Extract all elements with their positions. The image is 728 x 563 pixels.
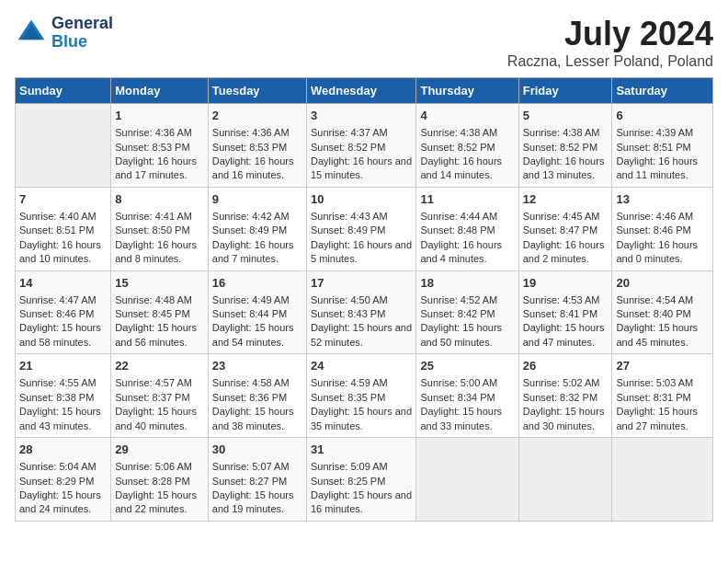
sunrise-text: Sunrise: 4:49 AM [212, 294, 290, 305]
sunset-text: Sunset: 8:48 PM [420, 224, 495, 236]
sunrise-text: Sunrise: 4:42 AM [212, 211, 290, 222]
sunrise-text: Sunrise: 5:02 AM [523, 377, 600, 388]
calendar-day-cell: 5Sunrise: 4:38 AMSunset: 8:52 PMDaylight… [518, 104, 612, 188]
calendar-day-cell: 21Sunrise: 4:55 AMSunset: 8:38 PMDayligh… [16, 354, 111, 438]
calendar-day-cell: 25Sunrise: 5:00 AMSunset: 8:34 PMDayligh… [416, 354, 518, 438]
calendar-day-cell [16, 104, 111, 188]
sunset-text: Sunset: 8:25 PM [311, 476, 385, 487]
calendar-day-cell: 10Sunrise: 4:43 AMSunset: 8:49 PMDayligh… [306, 187, 415, 270]
sunrise-text: Sunrise: 5:04 AM [19, 461, 97, 472]
day-number: 18 [420, 275, 514, 292]
sunset-text: Sunset: 8:32 PM [523, 392, 597, 403]
daylight-text: Daylight: 16 hours and 13 minutes. [523, 155, 605, 180]
calendar-day-cell: 30Sunrise: 5:07 AMSunset: 8:27 PMDayligh… [208, 438, 306, 522]
sunrise-text: Sunrise: 5:03 AM [616, 377, 693, 388]
sunset-text: Sunset: 8:51 PM [19, 224, 94, 236]
sunrise-text: Sunrise: 4:47 AM [19, 294, 97, 305]
daylight-text: Daylight: 16 hours and 11 minutes. [616, 155, 698, 180]
calendar-table: SundayMondayTuesdayWednesdayThursdayFrid… [15, 77, 713, 522]
sunset-text: Sunset: 8:37 PM [115, 392, 189, 403]
day-number: 29 [115, 442, 204, 458]
calendar-day-header: Thursday [416, 78, 518, 104]
daylight-text: Daylight: 16 hours and 2 minutes. [523, 239, 605, 264]
logo-icon [15, 17, 48, 50]
daylight-text: Daylight: 15 hours and 33 minutes. [420, 406, 502, 431]
daylight-text: Daylight: 16 hours and 8 minutes. [115, 239, 197, 264]
daylight-text: Daylight: 16 hours and 4 minutes. [420, 239, 502, 264]
daylight-text: Daylight: 15 hours and 47 minutes. [523, 322, 605, 347]
sunset-text: Sunset: 8:36 PM [212, 392, 287, 403]
day-number: 16 [212, 275, 302, 292]
calendar-day-cell: 18Sunrise: 4:52 AMSunset: 8:42 PMDayligh… [416, 270, 518, 354]
sunset-text: Sunset: 8:27 PM [212, 476, 287, 487]
page-header: General Blue July 2024 Raczna, Lesser Po… [15, 15, 713, 70]
day-number: 3 [311, 108, 412, 124]
calendar-day-cell: 14Sunrise: 4:47 AMSunset: 8:46 PMDayligh… [16, 270, 111, 354]
daylight-text: Daylight: 15 hours and 38 minutes. [212, 406, 294, 431]
page-subtitle: Raczna, Lesser Poland, Poland [507, 53, 713, 70]
daylight-text: Daylight: 15 hours and 45 minutes. [616, 322, 698, 347]
sunset-text: Sunset: 8:46 PM [616, 224, 690, 236]
calendar-day-cell [518, 438, 612, 522]
daylight-text: Daylight: 15 hours and 52 minutes. [311, 322, 412, 347]
calendar-week-row: 1Sunrise: 4:36 AMSunset: 8:53 PMDaylight… [16, 104, 713, 188]
sunset-text: Sunset: 8:40 PM [616, 308, 690, 319]
daylight-text: Daylight: 16 hours and 5 minutes. [311, 239, 412, 264]
calendar-day-cell: 15Sunrise: 4:48 AMSunset: 8:45 PMDayligh… [111, 270, 209, 354]
sunset-text: Sunset: 8:52 PM [311, 142, 385, 153]
calendar-day-cell: 16Sunrise: 4:49 AMSunset: 8:44 PMDayligh… [208, 270, 306, 354]
calendar-day-cell [416, 438, 518, 522]
sunset-text: Sunset: 8:31 PM [616, 392, 690, 403]
day-number: 22 [115, 358, 204, 374]
sunset-text: Sunset: 8:42 PM [420, 308, 495, 319]
day-number: 20 [616, 275, 709, 292]
daylight-text: Daylight: 16 hours and 14 minutes. [420, 155, 502, 180]
sunrise-text: Sunrise: 5:07 AM [212, 461, 290, 472]
sunset-text: Sunset: 8:53 PM [115, 142, 189, 153]
sunrise-text: Sunrise: 4:38 AM [523, 127, 600, 138]
day-number: 27 [616, 358, 709, 374]
sunset-text: Sunset: 8:52 PM [523, 142, 597, 153]
day-number: 30 [212, 442, 302, 458]
sunrise-text: Sunrise: 4:45 AM [523, 211, 600, 222]
sunset-text: Sunset: 8:49 PM [311, 224, 385, 236]
calendar-day-cell: 28Sunrise: 5:04 AMSunset: 8:29 PMDayligh… [16, 438, 111, 522]
calendar-body: 1Sunrise: 4:36 AMSunset: 8:53 PMDaylight… [16, 104, 713, 522]
sunrise-text: Sunrise: 4:50 AM [311, 294, 388, 305]
sunrise-text: Sunrise: 4:40 AM [19, 211, 97, 222]
daylight-text: Daylight: 15 hours and 19 minutes. [212, 489, 294, 514]
calendar-day-cell: 1Sunrise: 4:36 AMSunset: 8:53 PMDaylight… [111, 104, 209, 188]
daylight-text: Daylight: 15 hours and 22 minutes. [115, 489, 197, 514]
day-number: 21 [19, 358, 107, 374]
sunset-text: Sunset: 8:29 PM [19, 476, 94, 487]
day-number: 15 [115, 275, 204, 292]
day-number: 9 [212, 191, 302, 208]
daylight-text: Daylight: 16 hours and 0 minutes. [616, 239, 698, 264]
daylight-text: Daylight: 16 hours and 15 minutes. [311, 155, 412, 180]
day-number: 11 [420, 191, 514, 208]
sunset-text: Sunset: 8:28 PM [115, 476, 189, 487]
sunset-text: Sunset: 8:45 PM [115, 308, 189, 319]
daylight-text: Daylight: 15 hours and 54 minutes. [212, 322, 294, 347]
sunrise-text: Sunrise: 4:36 AM [212, 127, 290, 138]
sunrise-text: Sunrise: 4:59 AM [311, 377, 388, 388]
calendar-week-row: 28Sunrise: 5:04 AMSunset: 8:29 PMDayligh… [16, 438, 713, 522]
calendar-day-cell: 19Sunrise: 4:53 AMSunset: 8:41 PMDayligh… [518, 270, 612, 354]
day-number: 13 [616, 191, 709, 208]
sunrise-text: Sunrise: 4:48 AM [115, 294, 192, 305]
daylight-text: Daylight: 15 hours and 24 minutes. [19, 489, 101, 514]
sunrise-text: Sunrise: 4:37 AM [311, 127, 388, 138]
day-number: 7 [19, 191, 107, 208]
day-number: 1 [115, 108, 204, 124]
calendar-day-header: Wednesday [306, 78, 415, 104]
calendar-day-header: Friday [518, 78, 612, 104]
daylight-text: Daylight: 15 hours and 43 minutes. [19, 406, 101, 431]
sunrise-text: Sunrise: 4:57 AM [115, 377, 192, 388]
calendar-day-cell: 3Sunrise: 4:37 AMSunset: 8:52 PMDaylight… [306, 104, 415, 188]
sunrise-text: Sunrise: 4:58 AM [212, 377, 290, 388]
calendar-day-cell: 12Sunrise: 4:45 AMSunset: 8:47 PMDayligh… [518, 187, 612, 270]
calendar-day-cell: 7Sunrise: 4:40 AMSunset: 8:51 PMDaylight… [16, 187, 111, 270]
calendar-day-cell: 23Sunrise: 4:58 AMSunset: 8:36 PMDayligh… [208, 354, 306, 438]
calendar-day-header: Monday [111, 78, 209, 104]
calendar-day-cell: 9Sunrise: 4:42 AMSunset: 8:49 PMDaylight… [208, 187, 306, 270]
